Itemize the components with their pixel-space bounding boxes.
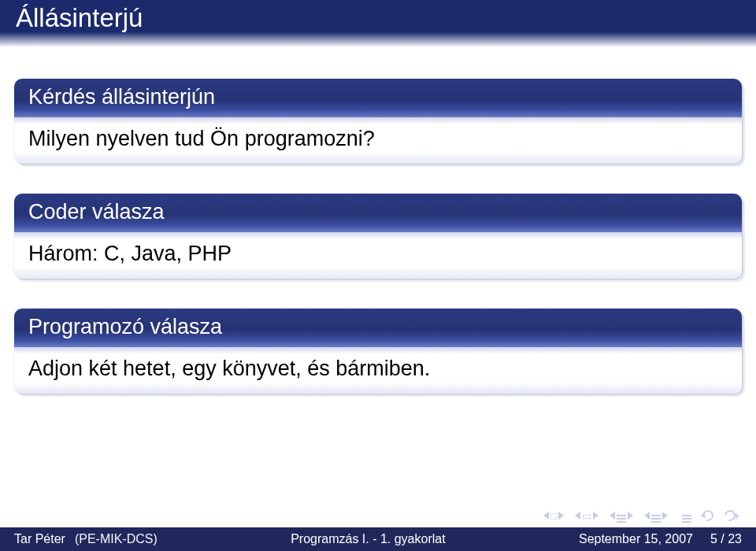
footer-page-total: 23 <box>728 532 742 545</box>
triangle-left-icon <box>575 512 580 520</box>
square-icon: □ <box>550 511 557 521</box>
footer-talk: Programzás I. - 1. gyakorlat <box>158 532 579 546</box>
block-coder-body: Három: C, Java, PHP <box>14 232 742 279</box>
footer-author: Tar Péter <box>14 532 65 546</box>
slide: Állásinterjú Kérdés állásinterjún Milyen… <box>0 0 756 551</box>
footer-page-current: 5 <box>710 532 717 545</box>
slide-content: Kérdés állásinterjún Milyen nyelven tud … <box>14 79 742 423</box>
triangle-right-icon <box>662 512 668 520</box>
bars-icon <box>651 515 661 516</box>
redo-icon[interactable] <box>722 508 737 523</box>
slide-title: Állásinterjú <box>0 0 756 47</box>
footer: Tar Péter (PE-MIK-DCS) Programzás I. - 1… <box>0 527 756 551</box>
undo-icon[interactable] <box>700 508 715 523</box>
bars-icon <box>617 515 626 516</box>
block-question-body: Milyen nyelven tud Ön programozni? <box>14 117 742 164</box>
nav-section-next-button[interactable] <box>644 512 668 520</box>
block-question: Kérdés állásinterjún Milyen nyelven tud … <box>14 79 742 164</box>
nav-controls: □ ▭ <box>543 510 736 521</box>
block-programmer-header: Programozó válasza <box>14 309 742 347</box>
footer-page-sep: / <box>717 532 728 545</box>
document-icon: ▭ <box>582 511 591 521</box>
footer-left: Tar Péter (PE-MIK-DCS) <box>14 532 158 546</box>
footer-page: 5 / 23 <box>710 532 742 546</box>
triangle-left-icon <box>543 512 549 520</box>
footer-date: September 15, 2007 <box>579 532 693 546</box>
triangle-right-icon <box>628 512 633 520</box>
block-programmer: Programozó válasza Adjon két hetet, egy … <box>14 309 742 394</box>
block-programmer-body: Adjon két hetet, egy könyvet, és bármibe… <box>14 347 742 394</box>
footer-right: September 15, 2007 5 / 23 <box>579 532 742 546</box>
block-question-header: Kérdés állásinterjún <box>14 79 742 117</box>
nav-first-button[interactable]: □ <box>543 511 564 521</box>
nav-section-prev-button[interactable] <box>610 512 633 520</box>
nav-prev-button[interactable]: ▭ <box>575 511 598 521</box>
triangle-right-icon <box>593 512 598 520</box>
triangle-left-icon <box>644 512 650 520</box>
triangle-right-icon <box>558 512 564 520</box>
block-coder-header: Coder válasza <box>14 194 742 232</box>
menu-icon[interactable] <box>682 515 691 516</box>
block-coder: Coder válasza Három: C, Java, PHP <box>14 194 742 279</box>
triangle-left-icon <box>610 512 615 520</box>
footer-affiliation: (PE-MIK-DCS) <box>75 532 158 546</box>
